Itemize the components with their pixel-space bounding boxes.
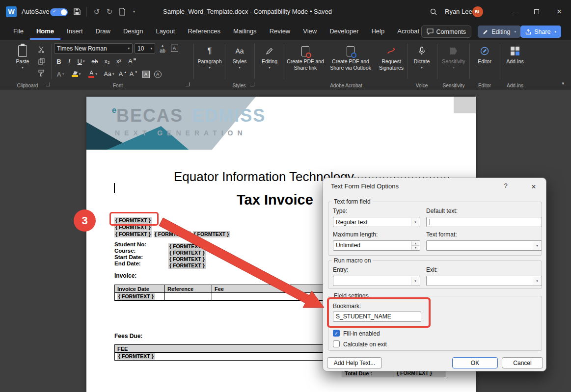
styles-button[interactable]: Aa Styles ▾: [227, 43, 252, 82]
autosave-toggle[interactable]: ✓: [50, 8, 68, 16]
sensitivity-group-label: Sensitivity: [439, 83, 468, 88]
sensitivity-button[interactable]: Sensitivity ▾: [439, 43, 468, 82]
font-name-value: Times New Roman: [57, 45, 107, 52]
text-format-dropdown[interactable]: ▾: [426, 240, 542, 251]
text-effects-button[interactable]: A▾: [54, 69, 67, 79]
user-avatar[interactable]: RL: [472, 6, 483, 17]
maximum-length-spinner[interactable]: Unlimited ▲▼: [333, 240, 420, 251]
strikethrough-button[interactable]: ab: [89, 56, 100, 66]
maximize-button[interactable]: [525, 0, 548, 24]
shrink-font-button[interactable]: A▼: [129, 69, 138, 79]
tab-mailings[interactable]: Mailings: [227, 24, 263, 40]
word-app-icon[interactable]: W: [6, 6, 17, 17]
editing-mode-button[interactable]: Editing ▾: [478, 26, 521, 38]
ok-button[interactable]: OK: [452, 357, 498, 368]
logo-banner: eBECAS|EDMISS NEXT GENERATION: [86, 97, 476, 150]
dialog-close-button[interactable]: ×: [527, 181, 540, 193]
tab-acrobat[interactable]: Acrobat: [391, 24, 426, 40]
ribbon-divider: [193, 44, 194, 79]
minimize-button[interactable]: [503, 0, 525, 24]
entry-dropdown[interactable]: ▾: [333, 276, 420, 286]
save-icon[interactable]: [72, 6, 82, 18]
search-icon[interactable]: [428, 6, 439, 18]
add-ins-button[interactable]: Add-ins: [502, 43, 528, 82]
sensitivity-label: Sensitivity: [442, 58, 465, 65]
exit-dropdown[interactable]: ▾: [426, 276, 542, 286]
close-button[interactable]: ×: [548, 0, 571, 24]
end-date-label: End Date:: [114, 261, 141, 266]
default-text-input[interactable]: [426, 217, 542, 227]
comments-button[interactable]: Comments: [421, 26, 471, 38]
tab-developer[interactable]: Developer: [323, 24, 365, 40]
user-name[interactable]: Ryan Lee: [445, 0, 472, 24]
font-dialog-launcher[interactable]: [186, 82, 190, 86]
font-color-button[interactable]: A▾: [86, 69, 99, 79]
dictate-button[interactable]: Dictate ▾: [409, 43, 434, 82]
change-case-button[interactable]: Aa▾: [102, 69, 116, 79]
fill-in-enabled-checkbox[interactable]: ✓: [333, 330, 340, 337]
tab-home[interactable]: Home: [30, 24, 60, 40]
undo-icon[interactable]: ↺: [91, 6, 102, 18]
end-date-field[interactable]: { FORMTEXT }: [168, 261, 206, 269]
clipboard-dialog-launcher[interactable]: [46, 82, 50, 86]
callout-step-3: 3: [74, 209, 96, 232]
cancel-button[interactable]: Cancel: [502, 357, 543, 368]
font-name-combo[interactable]: Times New Roman ▾: [54, 43, 133, 53]
dialog-title: Text Form Field Options: [331, 183, 399, 190]
share-button[interactable]: Share ▾: [520, 26, 561, 38]
cut-icon[interactable]: [36, 45, 46, 54]
tab-help[interactable]: Help: [365, 24, 391, 40]
create-pdf-share-outlook-button[interactable]: Create PDF and Share via Outlook: [327, 43, 374, 82]
tab-design[interactable]: Design: [117, 24, 149, 40]
tab-draw[interactable]: Draw: [89, 24, 117, 40]
grow-font-button[interactable]: A▲: [118, 69, 128, 79]
font-size-combo[interactable]: 10 ▾: [135, 43, 155, 53]
request-signatures-button[interactable]: Request Signatures: [376, 43, 407, 82]
tab-layout[interactable]: Layout: [149, 24, 181, 40]
styles-dialog-launcher[interactable]: [250, 82, 254, 86]
character-border-icon[interactable]: A: [170, 43, 179, 53]
calculate-on-exit-checkbox[interactable]: [333, 340, 340, 347]
redo-icon[interactable]: ↻: [104, 6, 115, 18]
dialog-help-button[interactable]: ?: [501, 182, 511, 189]
titlebar-divider: [86, 7, 87, 17]
type-dropdown[interactable]: Regular text ▾: [333, 217, 420, 227]
document-title[interactable]: Sample_Word_Template.docx - Compatibilit…: [163, 0, 332, 24]
text-form-field-options-dialog[interactable]: Text Form Field Options ? × Text form fi…: [323, 178, 546, 371]
phonetic-guide-icon[interactable]: ▲ab: [157, 43, 168, 53]
formtext-field-row[interactable]: { FORMTEXT }{ FORMTEXT }{ FORMTEXT }: [114, 229, 230, 238]
highlight-color-button[interactable]: ▾: [70, 69, 82, 79]
format-painter-icon[interactable]: [36, 68, 46, 78]
maximize-icon: [534, 9, 539, 14]
clear-formatting-button[interactable]: A: [127, 56, 137, 66]
paste-button[interactable]: Paste ▾: [11, 43, 34, 82]
enclose-characters-button[interactable]: A: [153, 69, 162, 79]
add-ins-group-label: Add-ins: [502, 83, 528, 88]
spinner-buttons[interactable]: ▲▼: [411, 241, 419, 250]
tab-references[interactable]: References: [181, 24, 226, 40]
document-icon[interactable]: [117, 6, 128, 18]
underline-button[interactable]: U▾: [75, 56, 87, 66]
add-help-text-button[interactable]: Add Help Text...: [327, 357, 382, 368]
tab-insert[interactable]: Insert: [60, 24, 89, 40]
create-pdf-share-link-button[interactable]: Create PDF and Share link: [286, 43, 325, 82]
editing-group-button[interactable]: Editing ▾: [256, 43, 283, 82]
bold-button[interactable]: B: [54, 56, 64, 66]
italic-button[interactable]: I: [65, 56, 74, 66]
editor-button[interactable]: Editor: [471, 43, 498, 82]
minimize-icon: [512, 12, 517, 12]
tab-review[interactable]: Review: [263, 24, 297, 40]
invoice-date-cell[interactable]: { FORMTEXT }: [115, 293, 165, 301]
title-bar: W AutoSave ✓ ↺ ↻ ▾ Sample_Word_Template.…: [0, 0, 571, 24]
tab-file[interactable]: File: [7, 24, 30, 40]
tab-view[interactable]: View: [297, 24, 323, 40]
document-title-chevron-icon[interactable]: ▾: [322, 6, 333, 18]
copy-icon[interactable]: [36, 56, 46, 66]
quick-access-chevron-icon[interactable]: ▾: [129, 6, 139, 18]
subscript-button[interactable]: x₂: [102, 56, 112, 66]
reference-cell[interactable]: [165, 293, 212, 301]
collapse-ribbon-icon[interactable]: ▾: [562, 81, 564, 86]
character-shading-button[interactable]: A: [141, 69, 150, 79]
paragraph-button[interactable]: ¶ Paragraph ▾: [195, 43, 224, 82]
superscript-button[interactable]: x²: [114, 56, 124, 66]
